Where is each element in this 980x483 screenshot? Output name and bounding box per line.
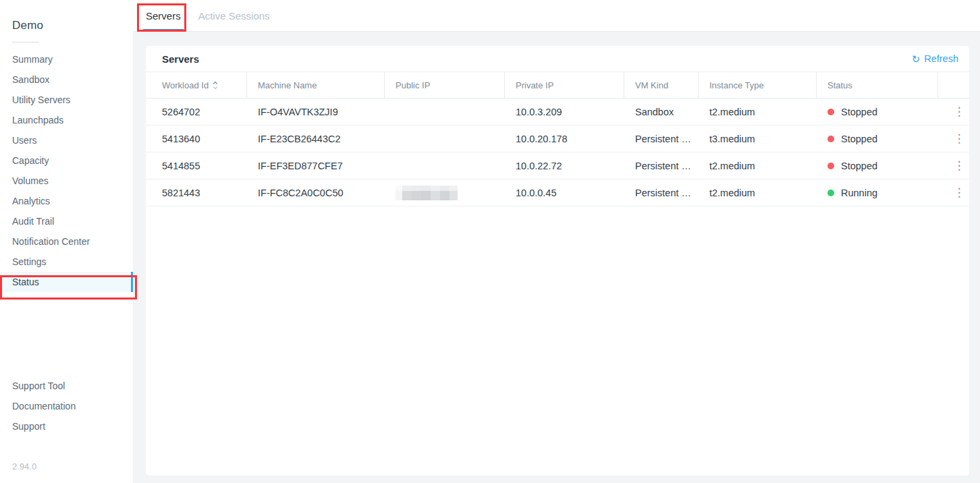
sidebar-divider — [12, 42, 39, 42]
app-root: Demo Summary Sandbox Utility Servers Lau… — [0, 0, 980, 483]
sidebar-item-utility-servers[interactable]: Utility Servers — [0, 90, 133, 110]
tab-bar: Servers Active Sessions — [133, 0, 980, 32]
cell-private-ip: 10.0.22.72 — [505, 152, 624, 179]
main-content: Servers ↻ Refresh Workload Id — [133, 32, 980, 483]
status-dot — [827, 190, 834, 196]
cell-machine-name: IF-EF3ED877CFE7 — [247, 152, 385, 179]
cell-public-ip — [385, 179, 505, 206]
cell-workload-id: 5413640 — [146, 125, 247, 152]
cell-status: Running — [817, 179, 938, 206]
tab-servers[interactable]: Servers — [143, 0, 184, 31]
table-row[interactable]: 5821443 IF-FC8C2A0C0C50 10.0.0.45 Persis… — [146, 179, 969, 206]
sidebar-item-documentation[interactable]: Documentation — [0, 396, 133, 416]
column-header-workload-id[interactable]: Workload Id — [146, 72, 247, 98]
sidebar-footer: Support Tool Documentation Support — [0, 376, 133, 436]
cell-public-ip — [385, 98, 505, 125]
cell-private-ip: 10.0.0.45 — [505, 179, 624, 206]
cell-instance-type: t2.medium — [699, 152, 817, 179]
redacted-public-ip — [396, 186, 458, 200]
cell-vm-kind: Persistent De... — [624, 179, 699, 206]
cell-instance-type: t3.medium — [699, 125, 817, 152]
row-actions-kebab-icon[interactable]: ⋮ — [938, 98, 969, 125]
sidebar-item-capacity[interactable]: Capacity — [0, 150, 133, 171]
panel-title: Servers — [162, 53, 199, 65]
refresh-button[interactable]: ↻ Refresh — [912, 53, 958, 64]
sidebar-item-notification-center[interactable]: Notification Center — [0, 231, 133, 252]
cell-machine-name: IF-E23CB26443C2 — [247, 125, 385, 152]
sidebar-item-support-tool[interactable]: Support Tool — [0, 376, 133, 396]
cell-public-ip — [385, 152, 505, 179]
column-header-actions — [938, 72, 969, 98]
cell-vm-kind: Sandbox — [624, 98, 699, 125]
cell-status: Stopped — [817, 125, 938, 152]
servers-panel: Servers ↻ Refresh Workload Id — [146, 46, 969, 476]
column-header-public-ip[interactable]: Public IP — [385, 72, 505, 98]
cell-instance-type: t2.medium — [699, 98, 817, 125]
cell-vm-kind: Persistent De... — [624, 125, 699, 152]
sort-icon[interactable] — [213, 81, 218, 90]
sidebar-item-settings[interactable]: Settings — [0, 252, 133, 272]
status-dot — [827, 163, 834, 169]
sidebar-item-volumes[interactable]: Volumes — [0, 171, 133, 191]
row-actions-kebab-icon[interactable]: ⋮ — [938, 179, 969, 206]
column-header-vm-kind[interactable]: VM Kind — [624, 72, 699, 98]
version-label: 2.94.0 — [12, 461, 36, 472]
cell-machine-name: IF-O4VAVTK3ZJI9 — [247, 98, 385, 125]
column-header-machine-name[interactable]: Machine Name — [247, 72, 385, 98]
status-dot — [827, 109, 834, 115]
sidebar-nav: Summary Sandbox Utility Servers Launchpa… — [0, 49, 133, 292]
sidebar-item-support[interactable]: Support — [0, 416, 133, 436]
sidebar-item-analytics[interactable]: Analytics — [0, 191, 133, 211]
sidebar-item-summary[interactable]: Summary — [0, 49, 133, 69]
status-label: Stopped — [841, 107, 877, 117]
table-row[interactable]: 5264702 IF-O4VAVTK3ZJI9 10.0.3.209 Sandb… — [146, 98, 969, 125]
column-header-private-ip[interactable]: Private IP — [505, 72, 624, 98]
sidebar-item-status[interactable]: Status — [0, 272, 133, 292]
status-dot — [827, 136, 834, 142]
cell-vm-kind: Persistent De... — [624, 152, 699, 179]
row-actions-kebab-icon[interactable]: ⋮ — [938, 125, 969, 152]
refresh-icon: ↻ — [912, 54, 921, 64]
cell-status: Stopped — [817, 98, 938, 125]
status-label: Stopped — [841, 134, 877, 144]
app-title: Demo — [0, 0, 133, 32]
refresh-label: Refresh — [924, 53, 958, 64]
tab-active-sessions[interactable]: Active Sessions — [196, 0, 273, 31]
panel-header: Servers ↻ Refresh — [146, 46, 969, 72]
status-label: Running — [841, 188, 877, 198]
table-row[interactable]: 5413640 IF-E23CB26443C2 10.0.20.178 Pers… — [146, 125, 969, 152]
sidebar: Demo Summary Sandbox Utility Servers Lau… — [0, 0, 133, 483]
sidebar-item-launchpads[interactable]: Launchpads — [0, 110, 133, 130]
table-header: Workload Id Machine Name Public IP Priva… — [146, 72, 969, 98]
cell-private-ip: 10.0.3.209 — [505, 98, 624, 125]
cell-workload-id: 5414855 — [146, 152, 247, 179]
sidebar-item-audit-trail[interactable]: Audit Trail — [0, 211, 133, 231]
row-actions-kebab-icon[interactable]: ⋮ — [938, 152, 969, 179]
sidebar-item-sandbox[interactable]: Sandbox — [0, 69, 133, 90]
column-header-status[interactable]: Status — [817, 72, 938, 98]
column-header-instance-type[interactable]: Instance Type — [699, 72, 817, 98]
table-row[interactable]: 5414855 IF-EF3ED877CFE7 10.0.22.72 Persi… — [146, 152, 969, 179]
cell-private-ip: 10.0.20.178 — [505, 125, 624, 152]
sidebar-item-users[interactable]: Users — [0, 130, 133, 150]
cell-status: Stopped — [817, 152, 938, 179]
status-label: Stopped — [841, 161, 877, 171]
cell-workload-id: 5264702 — [146, 98, 247, 125]
cell-workload-id: 5821443 — [146, 179, 247, 206]
cell-public-ip — [385, 125, 505, 152]
cell-machine-name: IF-FC8C2A0C0C50 — [247, 179, 385, 206]
cell-instance-type: t2.medium — [699, 179, 817, 206]
